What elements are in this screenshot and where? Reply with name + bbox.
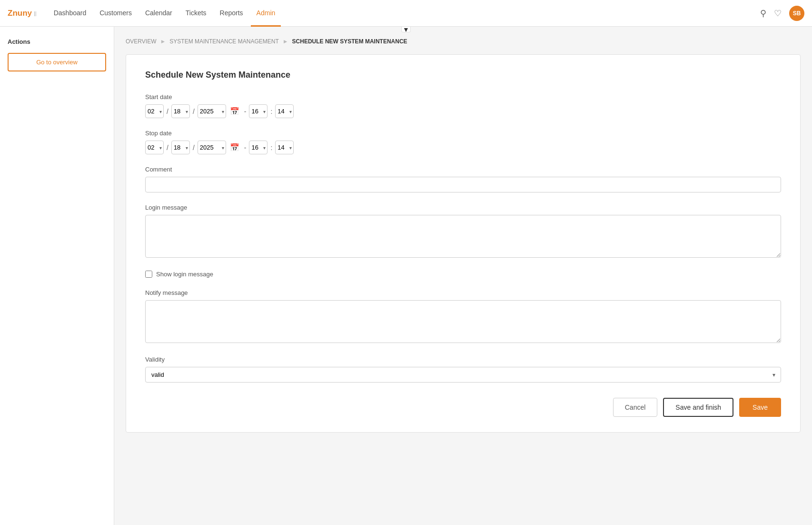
- start-month-wrapper: 010203040506070809101112: [145, 104, 164, 118]
- comment-label: Comment: [145, 166, 781, 173]
- breadcrumb-overview[interactable]: OVERVIEW: [126, 38, 156, 45]
- stop-year-wrapper: 202420252026: [198, 141, 226, 154]
- nav-link-tickets[interactable]: Tickets: [180, 0, 212, 27]
- breadcrumb: OVERVIEW ► SYSTEM MAINTENANCE MANAGEMENT…: [126, 38, 801, 45]
- logo-text: Znuny: [8, 9, 32, 18]
- start-year-select[interactable]: 202420252026: [198, 104, 226, 118]
- stop-minute-wrapper: 000102030405060708091011121314: [275, 141, 294, 154]
- stop-calendar-icon[interactable]: 📅: [228, 143, 241, 152]
- stop-year-select[interactable]: 202420252026: [198, 141, 226, 154]
- notify-message-group: Notify message: [145, 289, 781, 344]
- start-sep-2: /: [192, 108, 196, 115]
- start-year-wrapper: 202420252026: [198, 104, 226, 118]
- notify-message-label: Notify message: [145, 289, 781, 296]
- stop-date-label: Stop date: [145, 130, 781, 137]
- comment-group: Comment: [145, 166, 781, 192]
- start-hour-select[interactable]: 0001020304050607080910111213141516171819…: [249, 104, 267, 118]
- start-minute-wrapper: 000102030405060708091011121314: [275, 104, 294, 118]
- breadcrumb-system-maintenance[interactable]: SYSTEM MAINTENANCE MANAGEMENT: [169, 38, 278, 45]
- nav-link-admin[interactable]: Admin: [251, 0, 281, 27]
- card-title: Schedule New System Maintenance: [145, 70, 781, 80]
- stop-sep-2: /: [192, 144, 196, 151]
- cancel-button[interactable]: Cancel: [613, 398, 658, 417]
- start-day-wrapper: 0102030405060708091011121314151617181920…: [171, 104, 190, 118]
- logo-suffix: ||: [34, 10, 37, 16]
- stop-minute-select[interactable]: 000102030405060708091011121314: [275, 141, 294, 154]
- stop-date-group: Stop date 010203040506070809101112 / 010…: [145, 130, 781, 154]
- search-icon[interactable]: ⚲: [760, 8, 766, 19]
- login-message-label: Login message: [145, 204, 781, 211]
- login-message-textarea[interactable]: [145, 215, 781, 258]
- comment-input[interactable]: [145, 177, 781, 192]
- stop-day-wrapper: 0102030405060708091011121314151617181920…: [171, 141, 190, 154]
- show-login-message-label[interactable]: Show login message: [156, 271, 213, 278]
- bell-icon[interactable]: ♡: [774, 8, 782, 19]
- start-month-select[interactable]: 010203040506070809101112: [145, 104, 164, 118]
- main-content: OVERVIEW ► SYSTEM MAINTENANCE MANAGEMENT…: [114, 27, 812, 525]
- topnav: Znuny || Dashboard Customers Calendar Ti…: [0, 0, 812, 27]
- sidebar-title: Actions: [8, 38, 106, 45]
- stop-sep-1: /: [166, 144, 169, 151]
- form-card: Schedule New System Maintenance Start da…: [126, 54, 801, 433]
- validity-label: Validity: [145, 356, 781, 363]
- stop-date-row: 010203040506070809101112 / 0102030405060…: [145, 141, 781, 154]
- start-time-sep: :: [269, 108, 273, 115]
- breadcrumb-sep-1: ►: [160, 38, 166, 45]
- breadcrumb-sep-2: ►: [283, 38, 288, 45]
- stop-month-wrapper: 010203040506070809101112: [145, 141, 164, 154]
- nav-dropdown-chevron[interactable]: ▼: [401, 27, 411, 32]
- go-to-overview-button[interactable]: Go to overview: [8, 53, 106, 71]
- start-sep-1: /: [166, 108, 169, 115]
- login-message-group: Login message: [145, 204, 781, 259]
- sidebar: Actions Go to overview: [0, 27, 114, 525]
- nav-right: ⚲ ♡ SB: [760, 6, 804, 21]
- start-minute-select[interactable]: 000102030405060708091011121314: [275, 104, 294, 118]
- stop-time-sep: :: [269, 144, 273, 151]
- show-login-message-checkbox[interactable]: [145, 271, 152, 278]
- nav-links: Dashboard Customers Calendar Tickets Rep…: [48, 0, 760, 26]
- breadcrumb-current: SCHEDULE NEW SYSTEM MAINTENANCE: [292, 38, 407, 45]
- save-button[interactable]: Save: [739, 398, 781, 417]
- start-calendar-icon[interactable]: 📅: [228, 107, 241, 116]
- stop-hour-wrapper: 0001020304050607080910111213141516171819…: [249, 141, 267, 154]
- save-and-finish-button[interactable]: Save and finish: [663, 398, 733, 417]
- start-date-group: Start date 010203040506070809101112 / 01…: [145, 93, 781, 118]
- logo: Znuny ||: [8, 9, 37, 18]
- notify-message-textarea[interactable]: [145, 300, 781, 343]
- avatar[interactable]: SB: [789, 6, 804, 21]
- validity-select-wrapper: valid invalid invalid-temporarily: [145, 367, 781, 383]
- show-login-message-row: Show login message: [145, 271, 781, 278]
- start-day-select[interactable]: 0102030405060708091011121314151617181920…: [171, 104, 190, 118]
- stop-day-select[interactable]: 0102030405060708091011121314151617181920…: [171, 141, 190, 154]
- main-layout: Actions Go to overview OVERVIEW ► SYSTEM…: [0, 27, 812, 525]
- nav-link-dashboard[interactable]: Dashboard: [48, 0, 92, 27]
- start-date-label: Start date: [145, 93, 781, 101]
- stop-month-select[interactable]: 010203040506070809101112: [145, 141, 164, 154]
- start-date-row: 010203040506070809101112 / 0102030405060…: [145, 104, 781, 118]
- nav-link-calendar[interactable]: Calendar: [139, 0, 178, 27]
- action-bar: Cancel Save and finish Save: [145, 398, 781, 417]
- start-hour-wrapper: 0001020304050607080910111213141516171819…: [249, 104, 267, 118]
- validity-select[interactable]: valid invalid invalid-temporarily: [145, 367, 781, 383]
- stop-sep-3: -: [243, 144, 248, 151]
- nav-link-reports[interactable]: Reports: [214, 0, 249, 27]
- stop-hour-select[interactable]: 0001020304050607080910111213141516171819…: [249, 141, 267, 154]
- validity-group: Validity valid invalid invalid-temporari…: [145, 356, 781, 383]
- nav-link-customers[interactable]: Customers: [94, 0, 138, 27]
- start-sep-3: -: [243, 108, 248, 115]
